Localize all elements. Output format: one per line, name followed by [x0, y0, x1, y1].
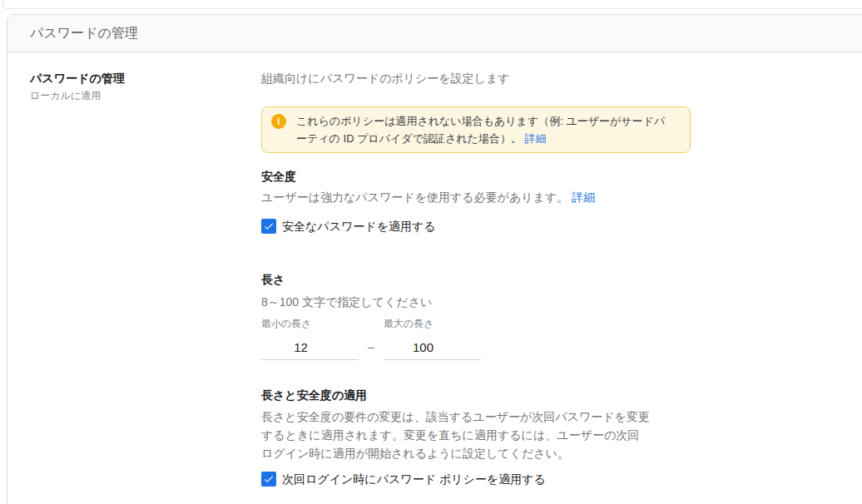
enforce-strong-password-label: 安全なパスワードを適用する — [282, 218, 436, 235]
info-banner-text: これらのポリシーは適用されない場合もあります（例: ユーザーがサードパーティの … — [296, 112, 676, 147]
card-title: パスワードの管理 — [30, 26, 138, 40]
setting-detail-panel: 組織向けにパスワードのポリシーを設定します i これらのポリシーは適用されない場… — [261, 70, 697, 487]
checkmark-icon — [263, 473, 275, 485]
length-description: 8～100 文字で指定してください — [261, 293, 697, 311]
strength-learn-more-link[interactable]: 詳細 — [572, 190, 595, 204]
password-management-card: パスワードの管理 パスワードの管理 ローカルに適用 組織向けにパスワードのポリシ… — [7, 14, 862, 504]
max-length-label: 最大の長さ — [384, 317, 481, 330]
info-banner: i これらのポリシーは適用されない場合もあります（例: ユーザーがサードパーティ… — [261, 106, 691, 153]
setting-summary-title: パスワードの管理 — [30, 70, 238, 86]
page: パスワードの管理 パスワードの管理 ローカルに適用 組織向けにパスワードのポリシ… — [0, 0, 862, 504]
intro-text: 組織向けにパスワードのポリシーを設定します — [261, 70, 697, 86]
min-length-label: 最小の長さ — [261, 317, 359, 330]
length-fields: 最小の長さ – 最大の長さ — [261, 317, 697, 360]
info-banner-message: これらのポリシーは適用されない場合もあります（例: ユーザーがサードパーティの … — [296, 115, 665, 145]
enforce-strong-password-row: 安全なパスワードを適用する — [261, 218, 697, 235]
checkmark-icon — [263, 220, 275, 232]
info-icon: i — [271, 114, 286, 129]
max-length-input[interactable] — [384, 334, 481, 360]
strength-heading: 安全度 — [261, 168, 697, 185]
length-heading: 長さ — [261, 271, 697, 288]
enforce-next-login-row: 次回ログイン時にパスワード ポリシーを適用する — [261, 471, 697, 487]
setting-scope-label: ローカルに適用 — [30, 89, 238, 102]
setting-summary: パスワードの管理 ローカルに適用 — [30, 70, 238, 102]
min-length-field: 最小の長さ — [261, 317, 359, 360]
range-separator: – — [359, 340, 384, 360]
previous-card-bottom-edge — [2, 0, 862, 9]
enforce-next-login-checkbox[interactable] — [261, 472, 276, 487]
enforcement-description: 長さと安全度の要件の変更は、該当するユーザーが次回パスワードを変更するときに適用… — [261, 408, 651, 462]
min-length-input[interactable] — [261, 334, 359, 360]
strength-description: ユーザーは強力なパスワードを使用する必要があります。 詳細 — [261, 188, 697, 206]
strength-description-text: ユーザーは強力なパスワードを使用する必要があります。 — [261, 190, 568, 204]
enforcement-heading: 長さと安全度の適用 — [261, 387, 697, 403]
banner-learn-more-link[interactable]: 詳細 — [525, 132, 547, 145]
enforce-next-login-label: 次回ログイン時にパスワード ポリシーを適用する — [282, 471, 546, 487]
enforce-strong-password-checkbox[interactable] — [261, 219, 276, 234]
card-header: パスワードの管理 — [7, 15, 862, 52]
max-length-field: 最大の長さ — [384, 317, 481, 360]
